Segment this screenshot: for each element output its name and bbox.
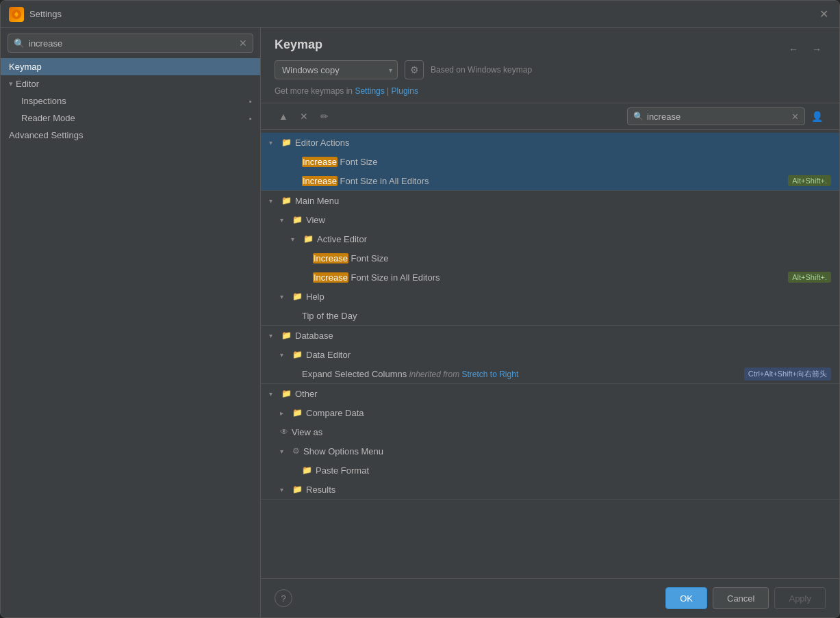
folder-icon-other: 📁	[281, 389, 292, 398]
keymap-tree: ▾ 📁 Editor Actions Increase Font Size In…	[261, 130, 839, 578]
keymap-gear-button[interactable]: ⚙	[405, 60, 424, 79]
tree-row-active-editor[interactable]: ▾ 📁 Active Editor	[261, 229, 839, 248]
keymap-toolbar: ▲ ✕ ✏ 🔍 ✕ 👤	[261, 103, 839, 130]
tree-row-compare-data[interactable]: ▸ 📁 Compare Data	[261, 403, 839, 422]
nav-forward-button[interactable]: →	[808, 40, 826, 58]
tree-row-main-menu[interactable]: ▾ 📁 Main Menu	[261, 191, 839, 210]
tree-row-increase-font-size-all-2[interactable]: Increase Font Size in All Editors Alt+Sh…	[261, 268, 839, 287]
folder-icon-paste-format: 📁	[302, 465, 312, 475]
sidebar-nav: Keymap ▾ Editor Inspections ▪ Reader Mod…	[1, 58, 260, 617]
tree-search-icon: 🔍	[633, 112, 644, 121]
expand-all-button[interactable]: ▲	[275, 107, 292, 125]
sidebar-item-editor-label: Editor	[16, 79, 39, 89]
keymap-scheme-select[interactable]: Windows copy	[275, 60, 398, 79]
footer-buttons: OK Cancel Apply	[665, 587, 826, 609]
help-button[interactable]: ?	[275, 589, 292, 607]
expand-other-icon: ▾	[269, 390, 279, 398]
collapse-all-button[interactable]: ✕	[295, 107, 313, 125]
expand-results-icon: ▾	[280, 486, 290, 493]
nav-back-button[interactable]: ←	[785, 40, 802, 58]
tree-row-show-options-menu[interactable]: ▾ ⚙ Show Options Menu	[261, 441, 839, 461]
data-editor-label: Data Editor	[306, 350, 831, 360]
apply-button[interactable]: Apply	[774, 587, 826, 609]
sidebar-item-reader-mode[interactable]: Reader Mode ▪	[1, 110, 260, 127]
tree-search-wrap: 🔍 ✕	[627, 107, 805, 125]
tree-group-database: ▾ 📁 Database ▾ 📁 Data Editor Expand Sele…	[261, 326, 839, 384]
increase-font-size-2-label: Increase Font Size	[313, 253, 831, 263]
sidebar-search-clear[interactable]: ✕	[239, 38, 247, 49]
find-user-button[interactable]: 👤	[808, 107, 826, 125]
dialog-footer: ? OK Cancel Apply	[261, 578, 839, 617]
eye-icon: 👁	[280, 427, 288, 437]
sidebar-search-box: 🔍 ✕	[1, 28, 260, 58]
tree-row-data-editor[interactable]: ▾ 📁 Data Editor	[261, 345, 839, 364]
app-icon	[9, 7, 24, 22]
plugins-link[interactable]: Plugins	[392, 86, 418, 96]
gear-options-icon: ⚙	[292, 446, 300, 456]
expand-view-icon: ▾	[280, 216, 290, 224]
cancel-button[interactable]: Cancel	[713, 587, 769, 609]
folder-icon-view: 📁	[292, 215, 303, 224]
tree-search-input[interactable]	[647, 112, 791, 122]
sidebar-search-wrap: 🔍 ✕	[8, 34, 253, 53]
help-label: Help	[306, 292, 831, 302]
increase-font-size-1-label: Increase Font Size	[302, 157, 831, 167]
tree-row-paste-format[interactable]: 📁 Paste Format	[261, 461, 839, 480]
tree-row-tip-of-day[interactable]: Tip of the Day	[261, 306, 839, 325]
settings-link[interactable]: Settings	[355, 86, 384, 96]
view-as-label: View as	[292, 427, 831, 437]
expand-options-menu-icon: ▾	[280, 448, 290, 455]
main-panel: Keymap ← → Windows copy ▾ ⚙ Based on Win…	[261, 28, 839, 617]
edit-shortcut-button[interactable]: ✏	[316, 107, 333, 125]
tree-row-other[interactable]: ▾ 📁 Other	[261, 384, 839, 403]
expand-database-icon: ▾	[269, 332, 279, 339]
tree-row-expand-selected-cols[interactable]: Expand Selected Columns inherited from S…	[261, 364, 839, 383]
folder-icon-help: 📁	[292, 292, 303, 301]
tree-row-view-as[interactable]: 👁 View as	[261, 422, 839, 441]
sidebar-item-keymap[interactable]: Keymap	[1, 58, 260, 75]
increase-font-size-all-1-label: Increase Font Size in All Editors	[302, 176, 788, 186]
sidebar-item-advanced-label: Advanced Settings	[9, 130, 83, 140]
tree-row-results[interactable]: ▾ 📁 Results	[261, 480, 839, 499]
tree-row-help[interactable]: ▾ 📁 Help	[261, 287, 839, 306]
sidebar-item-inspections[interactable]: Inspections ▪	[1, 92, 260, 110]
highlight-increase: Increase	[302, 157, 338, 167]
title-bar-title: Settings	[29, 9, 817, 19]
tip-of-day-label: Tip of the Day	[302, 311, 831, 321]
sidebar-search-input[interactable]	[29, 38, 239, 49]
tree-search-clear[interactable]: ✕	[791, 112, 799, 122]
tree-row-increase-font-size-2[interactable]: Increase Font Size	[261, 248, 839, 268]
sidebar-item-keymap-label: Keymap	[9, 62, 42, 72]
paste-format-label: Paste Format	[316, 465, 831, 476]
highlight-increase-3: Increase	[313, 253, 348, 263]
expand-editor-actions-icon: ▾	[269, 139, 279, 146]
folder-icon-results: 📁	[292, 485, 303, 494]
expand-data-editor-icon: ▾	[280, 351, 290, 359]
sidebar-item-editor[interactable]: ▾ Editor	[1, 75, 260, 92]
sidebar-item-reader-mode-label: Reader Mode	[21, 113, 75, 123]
ok-button[interactable]: OK	[665, 587, 707, 609]
view-label: View	[306, 215, 831, 225]
folder-icon-main-menu: 📁	[281, 196, 292, 205]
sidebar-item-advanced-settings[interactable]: Advanced Settings	[1, 127, 260, 144]
reader-mode-badge: ▪	[249, 114, 252, 123]
shortcut-ctrl-alt-shift: Ctrl+Alt+Shift+向右箭头	[744, 368, 831, 381]
tree-row-increase-font-size-1[interactable]: Increase Font Size	[261, 152, 839, 171]
show-options-menu-label: Show Options Menu	[303, 446, 831, 456]
folder-icon-database: 📁	[281, 331, 292, 340]
help-icon: ?	[281, 593, 285, 604]
shortcut-alt-shift-dot-2: Alt+Shift+.	[788, 272, 831, 283]
tree-row-database[interactable]: ▾ 📁 Database	[261, 326, 839, 345]
dialog-content: 🔍 ✕ Keymap ▾ Editor Inspections ▪	[1, 28, 839, 617]
stretch-to-right-link[interactable]: Stretch to Right	[462, 370, 519, 379]
tree-row-editor-actions[interactable]: ▾ 📁 Editor Actions	[261, 133, 839, 152]
tree-row-view[interactable]: ▾ 📁 View	[261, 210, 839, 229]
keymap-links: Get more keymaps in Settings | Plugins	[275, 86, 826, 96]
folder-icon: 📁	[281, 138, 292, 147]
keymap-title: Keymap	[275, 38, 322, 52]
folder-icon-active-editor: 📁	[303, 234, 314, 244]
close-button[interactable]: ✕	[817, 5, 831, 23]
other-label: Other	[295, 389, 831, 399]
tree-row-increase-font-size-all-1[interactable]: Increase Font Size in All Editors Alt+Sh…	[261, 171, 839, 190]
keymap-header: Keymap ← → Windows copy ▾ ⚙ Based on Win…	[261, 28, 839, 103]
